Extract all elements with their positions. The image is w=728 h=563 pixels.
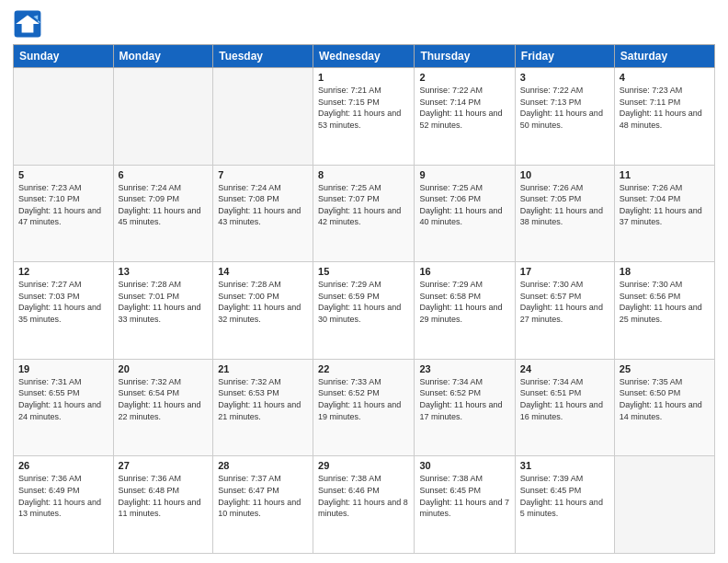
calendar-cell: 18Sunrise: 7:30 AMSunset: 6:56 PMDayligh… xyxy=(614,262,714,360)
cell-content: Sunrise: 7:38 AMSunset: 6:45 PMDaylight:… xyxy=(419,473,509,519)
day-number: 16 xyxy=(419,266,509,277)
calendar-cell: 22Sunrise: 7:33 AMSunset: 6:52 PMDayligh… xyxy=(313,359,415,456)
cell-content: Sunrise: 7:36 AMSunset: 6:49 PMDaylight:… xyxy=(18,473,108,519)
day-number: 5 xyxy=(18,169,108,180)
calendar-cell: 26Sunrise: 7:36 AMSunset: 6:49 PMDayligh… xyxy=(14,456,114,554)
calendar-cell xyxy=(213,68,313,166)
cell-content: Sunrise: 7:25 AMSunset: 7:06 PMDaylight:… xyxy=(419,182,509,228)
calendar-cell: 4Sunrise: 7:23 AMSunset: 7:11 PMDaylight… xyxy=(614,68,714,166)
logo-icon xyxy=(13,9,42,39)
calendar-cell: 1Sunrise: 7:21 AMSunset: 7:15 PMDaylight… xyxy=(313,68,415,166)
day-number: 28 xyxy=(218,460,308,471)
cell-content: Sunrise: 7:29 AMSunset: 6:59 PMDaylight:… xyxy=(318,279,409,325)
day-number: 2 xyxy=(419,72,509,83)
calendar-cell xyxy=(614,456,714,554)
day-number: 10 xyxy=(520,169,609,180)
cell-content: Sunrise: 7:26 AMSunset: 7:05 PMDaylight:… xyxy=(520,182,609,228)
cell-content: Sunrise: 7:32 AMSunset: 6:54 PMDaylight:… xyxy=(119,376,209,422)
calendar-cell: 23Sunrise: 7:34 AMSunset: 6:52 PMDayligh… xyxy=(415,359,515,456)
calendar-cell: 19Sunrise: 7:31 AMSunset: 6:55 PMDayligh… xyxy=(14,359,114,456)
calendar-cell: 3Sunrise: 7:22 AMSunset: 7:13 PMDaylight… xyxy=(515,68,614,166)
cell-content: Sunrise: 7:26 AMSunset: 7:04 PMDaylight:… xyxy=(620,182,710,228)
calendar-week-4: 19Sunrise: 7:31 AMSunset: 6:55 PMDayligh… xyxy=(14,359,715,456)
cell-content: Sunrise: 7:30 AMSunset: 6:57 PMDaylight:… xyxy=(520,279,609,325)
calendar-cell: 16Sunrise: 7:29 AMSunset: 6:58 PMDayligh… xyxy=(415,262,515,360)
day-number: 21 xyxy=(218,363,308,374)
calendar-week-3: 12Sunrise: 7:27 AMSunset: 7:03 PMDayligh… xyxy=(14,262,715,360)
calendar-cell: 25Sunrise: 7:35 AMSunset: 6:50 PMDayligh… xyxy=(614,359,714,456)
header xyxy=(13,9,715,39)
day-number: 6 xyxy=(119,169,209,180)
calendar-cell: 10Sunrise: 7:26 AMSunset: 7:05 PMDayligh… xyxy=(515,165,614,262)
calendar-cell: 8Sunrise: 7:25 AMSunset: 7:07 PMDaylight… xyxy=(313,165,415,262)
cell-content: Sunrise: 7:31 AMSunset: 6:55 PMDaylight:… xyxy=(18,376,108,422)
calendar-cell: 15Sunrise: 7:29 AMSunset: 6:59 PMDayligh… xyxy=(313,262,415,360)
cell-content: Sunrise: 7:27 AMSunset: 7:03 PMDaylight:… xyxy=(18,279,108,325)
cell-content: Sunrise: 7:38 AMSunset: 6:46 PMDaylight:… xyxy=(318,473,409,519)
cell-content: Sunrise: 7:23 AMSunset: 7:11 PMDaylight:… xyxy=(620,85,710,131)
calendar-cell: 13Sunrise: 7:28 AMSunset: 7:01 PMDayligh… xyxy=(113,262,213,360)
cell-content: Sunrise: 7:23 AMSunset: 7:10 PMDaylight:… xyxy=(18,182,108,228)
calendar-cell: 20Sunrise: 7:32 AMSunset: 6:54 PMDayligh… xyxy=(113,359,213,456)
day-number: 15 xyxy=(318,266,409,277)
day-number: 3 xyxy=(520,72,609,83)
calendar-header-row: SundayMondayTuesdayWednesdayThursdayFrid… xyxy=(14,45,715,68)
calendar-header-saturday: Saturday xyxy=(614,45,714,68)
calendar-cell xyxy=(14,68,114,166)
day-number: 22 xyxy=(318,363,409,374)
day-number: 31 xyxy=(520,460,609,471)
day-number: 19 xyxy=(18,363,108,374)
calendar-cell: 6Sunrise: 7:24 AMSunset: 7:09 PMDaylight… xyxy=(113,165,213,262)
calendar-header-friday: Friday xyxy=(515,45,614,68)
calendar-cell: 11Sunrise: 7:26 AMSunset: 7:04 PMDayligh… xyxy=(614,165,714,262)
calendar-cell: 24Sunrise: 7:34 AMSunset: 6:51 PMDayligh… xyxy=(515,359,614,456)
day-number: 12 xyxy=(18,266,108,277)
calendar-cell: 12Sunrise: 7:27 AMSunset: 7:03 PMDayligh… xyxy=(14,262,114,360)
day-number: 26 xyxy=(18,460,108,471)
calendar-cell: 9Sunrise: 7:25 AMSunset: 7:06 PMDaylight… xyxy=(415,165,515,262)
day-number: 14 xyxy=(218,266,308,277)
day-number: 7 xyxy=(218,169,308,180)
calendar-week-2: 5Sunrise: 7:23 AMSunset: 7:10 PMDaylight… xyxy=(14,165,715,262)
calendar-header-monday: Monday xyxy=(113,45,213,68)
calendar-cell: 17Sunrise: 7:30 AMSunset: 6:57 PMDayligh… xyxy=(515,262,614,360)
calendar-cell: 27Sunrise: 7:36 AMSunset: 6:48 PMDayligh… xyxy=(113,456,213,554)
day-number: 18 xyxy=(620,266,710,277)
calendar-cell: 30Sunrise: 7:38 AMSunset: 6:45 PMDayligh… xyxy=(415,456,515,554)
day-number: 11 xyxy=(620,169,710,180)
cell-content: Sunrise: 7:21 AMSunset: 7:15 PMDaylight:… xyxy=(318,85,409,131)
calendar-cell: 29Sunrise: 7:38 AMSunset: 6:46 PMDayligh… xyxy=(313,456,415,554)
page: SundayMondayTuesdayWednesdayThursdayFrid… xyxy=(0,0,728,563)
day-number: 23 xyxy=(419,363,509,374)
calendar-cell: 28Sunrise: 7:37 AMSunset: 6:47 PMDayligh… xyxy=(213,456,313,554)
day-number: 17 xyxy=(520,266,609,277)
cell-content: Sunrise: 7:24 AMSunset: 7:08 PMDaylight:… xyxy=(218,182,308,228)
calendar-header-wednesday: Wednesday xyxy=(313,45,415,68)
day-number: 25 xyxy=(620,363,710,374)
cell-content: Sunrise: 7:33 AMSunset: 6:52 PMDaylight:… xyxy=(318,376,409,422)
day-number: 8 xyxy=(318,169,409,180)
calendar-cell: 14Sunrise: 7:28 AMSunset: 7:00 PMDayligh… xyxy=(213,262,313,360)
day-number: 29 xyxy=(318,460,409,471)
calendar-cell xyxy=(113,68,213,166)
calendar-week-1: 1Sunrise: 7:21 AMSunset: 7:15 PMDaylight… xyxy=(14,68,715,166)
calendar-cell: 5Sunrise: 7:23 AMSunset: 7:10 PMDaylight… xyxy=(14,165,114,262)
cell-content: Sunrise: 7:39 AMSunset: 6:45 PMDaylight:… xyxy=(520,473,609,519)
day-number: 20 xyxy=(119,363,209,374)
day-number: 24 xyxy=(520,363,609,374)
calendar-header-tuesday: Tuesday xyxy=(213,45,313,68)
day-number: 27 xyxy=(119,460,209,471)
calendar-cell: 31Sunrise: 7:39 AMSunset: 6:45 PMDayligh… xyxy=(515,456,614,554)
cell-content: Sunrise: 7:28 AMSunset: 7:01 PMDaylight:… xyxy=(119,279,209,325)
cell-content: Sunrise: 7:32 AMSunset: 6:53 PMDaylight:… xyxy=(218,376,308,422)
cell-content: Sunrise: 7:22 AMSunset: 7:13 PMDaylight:… xyxy=(520,85,609,131)
day-number: 4 xyxy=(620,72,710,83)
cell-content: Sunrise: 7:34 AMSunset: 6:51 PMDaylight:… xyxy=(520,376,609,422)
cell-content: Sunrise: 7:29 AMSunset: 6:58 PMDaylight:… xyxy=(419,279,509,325)
calendar-cell: 21Sunrise: 7:32 AMSunset: 6:53 PMDayligh… xyxy=(213,359,313,456)
calendar: SundayMondayTuesdayWednesdayThursdayFrid… xyxy=(13,44,715,554)
cell-content: Sunrise: 7:22 AMSunset: 7:14 PMDaylight:… xyxy=(419,85,509,131)
cell-content: Sunrise: 7:37 AMSunset: 6:47 PMDaylight:… xyxy=(218,473,308,519)
cell-content: Sunrise: 7:35 AMSunset: 6:50 PMDaylight:… xyxy=(620,376,710,422)
cell-content: Sunrise: 7:25 AMSunset: 7:07 PMDaylight:… xyxy=(318,182,409,228)
